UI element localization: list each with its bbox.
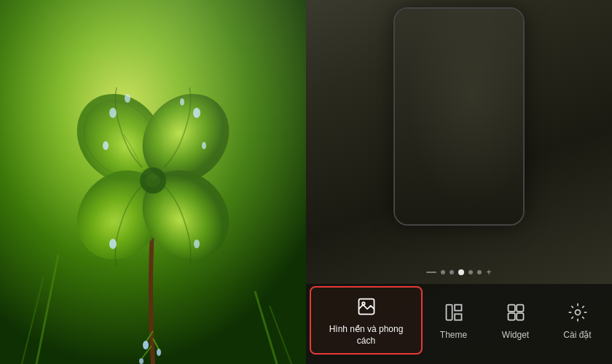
menu-item-widget[interactable]: Widget: [484, 293, 546, 347]
svg-rect-29: [446, 305, 452, 320]
nav-dot-5: [477, 270, 482, 274]
svg-point-34: [575, 310, 580, 315]
menu-item-settings[interactable]: Cài đặt: [546, 293, 608, 347]
wallpaper-panel: [0, 0, 306, 364]
phone-screen: [395, 9, 523, 224]
settings-icon: [565, 299, 591, 325]
nav-dot-2: [450, 270, 454, 274]
nav-plus: +: [486, 268, 491, 277]
svg-rect-31: [517, 305, 523, 312]
bottom-menu-bar: Hình nền và phong cách Theme: [306, 284, 612, 364]
phone-mockup: [393, 7, 525, 226]
phone-ui-panel: + Hình nền và phong cách: [306, 0, 612, 364]
nav-dot-active: [458, 269, 464, 275]
wallpaper-label: Hình nền và phong cách: [320, 324, 412, 347]
menu-item-theme[interactable]: Theme: [423, 293, 484, 347]
nav-dot-1: [441, 270, 445, 274]
widget-label: Widget: [502, 330, 529, 341]
svg-rect-26: [0, 0, 306, 364]
nav-dot-4: [468, 270, 473, 274]
svg-rect-33: [517, 313, 523, 320]
settings-label: Cài đặt: [563, 330, 591, 341]
svg-rect-32: [508, 313, 514, 320]
image-icon: [353, 293, 380, 320]
nav-line: [426, 272, 436, 273]
svg-rect-30: [508, 305, 514, 312]
phone-screen-content: [395, 9, 523, 224]
menu-item-wallpaper[interactable]: Hình nền và phong cách: [310, 286, 423, 354]
theme-icon: [441, 299, 467, 325]
clover-illustration: [0, 0, 306, 364]
theme-label: Theme: [440, 330, 467, 341]
widget-icon: [503, 299, 529, 325]
nav-dots-bar: +: [306, 268, 612, 277]
clover-background: [0, 0, 306, 364]
